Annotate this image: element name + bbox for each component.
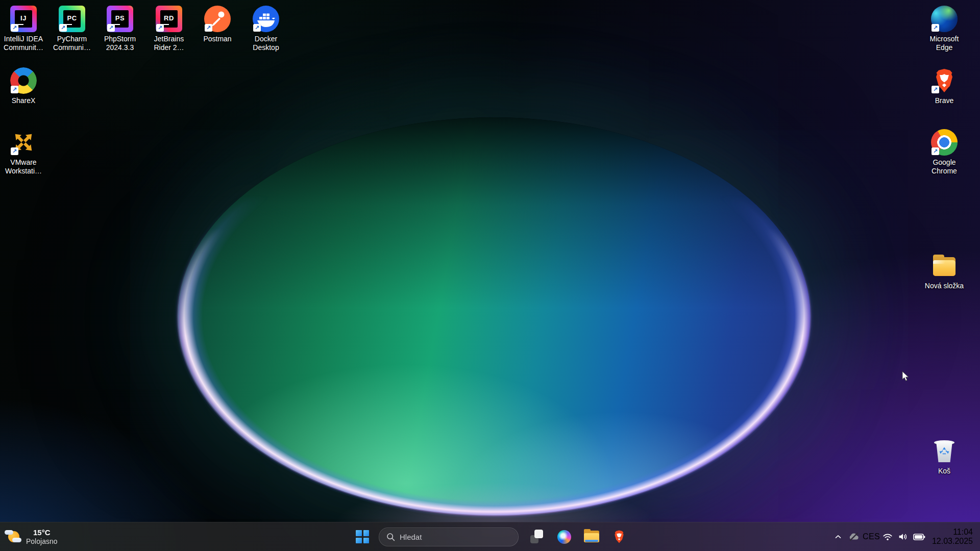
battery-icon [913, 530, 926, 543]
cloud-icon [5, 530, 13, 535]
label-line: Communi… [53, 43, 91, 52]
chevron-up-icon [833, 532, 843, 542]
postman-icon: ↗ [204, 6, 231, 32]
windows-desktop: IJ ↗ IntelliJ IDEA Communit… PC ↗ PyChar… [0, 0, 980, 551]
shortcut-arrow-icon: ↗ [11, 24, 18, 32]
taskbar-search[interactable] [379, 528, 519, 546]
desktop-icon-docker-desktop[interactable]: ↗ Docker Desktop [242, 6, 289, 52]
desktop-icon-google-chrome[interactable]: ↗ Google Chrome [921, 129, 968, 176]
shortcut-arrow-icon: ↗ [932, 147, 939, 155]
battery-button[interactable] [911, 527, 928, 547]
desktop-icon-intellij-idea[interactable]: IJ ↗ IntelliJ IDEA Communit… [0, 6, 47, 52]
label-line: Chrome [932, 167, 957, 176]
desktop-icon-recycle-bin[interactable]: Koš [921, 438, 968, 475]
volume-button[interactable] [895, 527, 911, 547]
hidden-icons-chevron[interactable] [831, 527, 845, 547]
search-input[interactable] [400, 533, 518, 541]
desktop-icon-label: Nová složka [925, 282, 964, 290]
desktop-icon-label: Docker Desktop [253, 35, 279, 52]
desktop-icon-label: Koš [938, 467, 950, 475]
shortcut-arrow-icon: ↗ [11, 147, 18, 155]
desktop-icon-jetbrains-rider[interactable]: RD ↗ JetBrains Rider 2… [145, 6, 192, 52]
desktop-icon-pycharm[interactable]: PC ↗ PyCharm Communi… [48, 6, 95, 52]
shortcut-arrow-icon: ↗ [11, 86, 18, 93]
edge-icon: ↗ [931, 6, 958, 32]
copilot-button[interactable] [554, 525, 574, 548]
wallpaper [0, 0, 980, 551]
brave-icon [612, 530, 626, 544]
shortcut-arrow-icon: ↗ [59, 24, 67, 32]
desktop-icon-brave[interactable]: ↗ Brave [921, 67, 968, 105]
folder-front [933, 260, 955, 276]
shortcut-arrow-icon: ↗ [107, 24, 115, 32]
desktop-icon-postman[interactable]: ↗ Postman [194, 6, 241, 43]
desktop-icon-label: Brave [935, 96, 954, 105]
label-line: Google [932, 158, 957, 167]
label-line: Nová složka [925, 282, 964, 290]
recycle-arrows-icon [939, 445, 950, 457]
shortcut-arrow-icon: ↗ [932, 86, 939, 93]
label-line: Koš [938, 467, 950, 475]
label-line: Workstati… [5, 167, 42, 176]
pycharm-icon: PC ↗ [59, 6, 85, 32]
label-line: Communit… [4, 43, 43, 52]
label-line: IntelliJ IDEA [4, 35, 43, 43]
taskbar: 15°C Polojasno [0, 522, 980, 551]
label-line: 2024.3.3 [104, 43, 136, 52]
jetbrains-monogram: PC [67, 14, 77, 22]
shortcut-arrow-icon: ↗ [156, 24, 164, 32]
label-line: JetBrains [154, 35, 184, 43]
onedrive-status-button[interactable] [845, 527, 863, 547]
desktop-icon-label: PyCharm Communi… [53, 35, 91, 52]
copilot-icon [557, 530, 571, 544]
phpstorm-icon: PS ↗ [107, 6, 133, 32]
label-line: Brave [935, 96, 954, 105]
desktop-icon-label: Microsoft Edge [930, 35, 959, 52]
label-line: PyCharm [53, 35, 91, 43]
brave-icon: ↗ [931, 67, 958, 94]
desktop-icon-phpstorm[interactable]: PS ↗ PhpStorm 2024.3.3 [96, 6, 143, 52]
folder-accent [585, 540, 598, 542]
wifi-icon [882, 531, 893, 542]
search-icon [386, 532, 395, 541]
weather-temperature: 15°C [26, 528, 58, 537]
shortcut-arrow-icon: ↗ [205, 24, 212, 32]
desktop-icon-label: ShareX [12, 96, 36, 105]
weather-text: 15°C Polojasno [26, 528, 58, 546]
wallpaper-orb [178, 117, 811, 515]
input-language-indicator[interactable]: CES [863, 527, 880, 547]
clock[interactable]: 11:04 12.03.2025 [928, 528, 973, 546]
task-view-button[interactable] [526, 525, 547, 548]
start-button[interactable] [352, 525, 373, 548]
recycle-bin-icon [931, 438, 958, 464]
cloud-icon [12, 538, 21, 542]
shortcut-arrow-icon: ↗ [253, 24, 261, 32]
file-explorer-button[interactable] [581, 525, 602, 548]
desktop-icon-new-folder[interactable]: Nová složka [921, 253, 968, 290]
label-line: Rider 2… [154, 43, 184, 52]
sharex-icon: ↗ [10, 67, 37, 94]
desktop-icon-label: IntelliJ IDEA Communit… [4, 35, 43, 52]
desktop-icon-label: PhpStorm 2024.3.3 [104, 35, 136, 52]
label-line: Postman [203, 35, 231, 43]
clock-date: 12.03.2025 [928, 537, 973, 546]
weather-partly-cloudy-icon [4, 528, 21, 545]
label-line: VMware [5, 158, 42, 167]
onedrive-offline-cloud-icon [847, 530, 861, 543]
desktop-icon-vmware-workstation[interactable]: ↗ VMware Workstati… [0, 129, 47, 176]
wifi-button[interactable] [880, 527, 895, 547]
rider-icon: RD ↗ [156, 6, 182, 32]
system-tray: CES 11:04 12.03.2025 [831, 522, 980, 551]
volume-icon [897, 531, 909, 542]
label-line: Microsoft [930, 35, 959, 43]
brave-browser-button[interactable] [609, 525, 629, 548]
weather-widget[interactable]: 15°C Polojasno [4, 522, 58, 551]
folder-icon [931, 253, 958, 279]
desktop-icon-microsoft-edge[interactable]: ↗ Microsoft Edge [921, 6, 968, 52]
clock-time: 11:04 [928, 528, 973, 537]
docker-icon: ↗ [253, 6, 279, 32]
desktop-icon-label: JetBrains Rider 2… [154, 35, 184, 52]
desktop-icon-label: Google Chrome [932, 158, 957, 176]
desktop-icon-sharex[interactable]: ↗ ShareX [0, 67, 47, 105]
file-explorer-icon [584, 531, 599, 543]
